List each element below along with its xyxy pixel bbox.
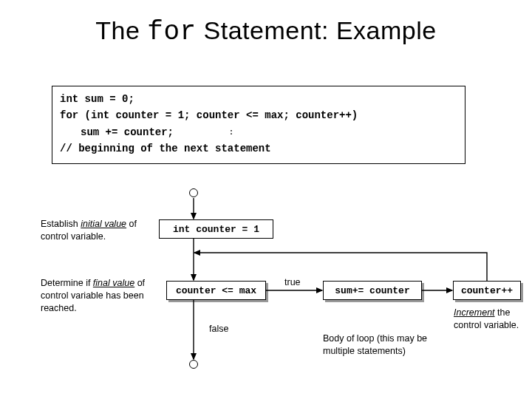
annot-final-a: Determine if xyxy=(41,278,93,288)
code-line-2: for (int counter = 1; counter <= max; co… xyxy=(60,107,457,123)
code-line-3: sum += counter; xyxy=(60,124,457,140)
title-post: Statement: Example xyxy=(197,16,437,44)
annot-increment: Increment the control variable. xyxy=(454,307,528,332)
page-title: The for Statement: Example xyxy=(0,16,532,47)
code-extra-colon: : xyxy=(229,127,233,139)
annot-initial-b: initial value xyxy=(81,219,126,229)
code-line-1: int sum = 0; xyxy=(60,91,457,107)
annot-body: Body of loop (this may be multiple state… xyxy=(323,332,441,358)
label-false: false xyxy=(209,324,228,334)
annot-initial-a: Establish xyxy=(41,219,81,229)
annot-final-value: Determine if final value of control vari… xyxy=(41,277,148,315)
annot-incr-a: Increment xyxy=(454,307,495,318)
code-line-4: // beginning of the next statement xyxy=(60,140,457,157)
annot-final-b: final value xyxy=(93,278,134,288)
flow-init-box: int counter = 1 xyxy=(159,219,273,239)
code-box: int sum = 0; for (int counter = 1; count… xyxy=(52,86,466,164)
annot-initial-value: Establish initial value of control varia… xyxy=(41,218,148,243)
label-true: true xyxy=(284,277,301,287)
title-keyword: for xyxy=(147,17,196,47)
flow-end-node xyxy=(189,360,198,369)
title-pre: The xyxy=(95,16,147,44)
flow-body-box: sum+= counter xyxy=(323,281,422,300)
flow-condition-box: counter <= max xyxy=(166,281,266,300)
flow-connectors xyxy=(0,0,532,399)
flow-increment-box: counter++ xyxy=(453,281,521,300)
flow-start-node xyxy=(189,188,198,197)
